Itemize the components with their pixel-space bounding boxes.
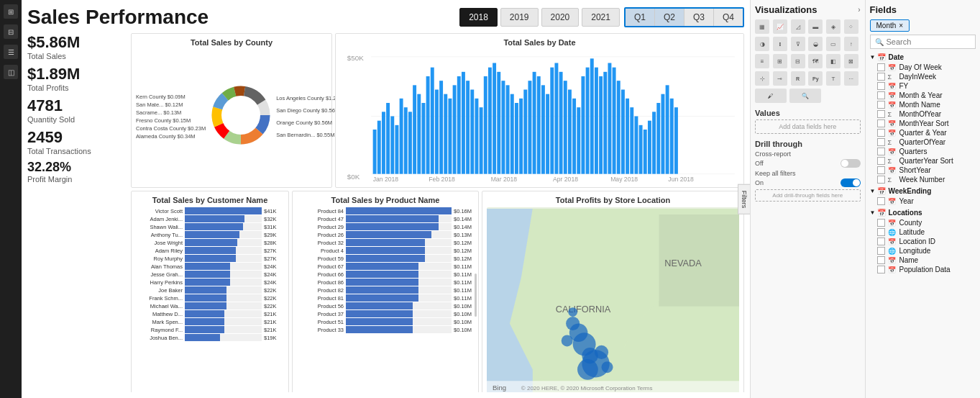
month-filter-close[interactable]: × <box>899 22 903 30</box>
viz-icon-key-influencers[interactable]: ⊸ <box>773 71 787 86</box>
field-item-latitude[interactable]: 🌐 Latitude <box>877 227 976 237</box>
field-checkbox-fy[interactable] <box>877 82 885 90</box>
viz-icon-ribbon[interactable]: ◈ <box>826 19 841 34</box>
viz-icon-scatter[interactable]: ⁘ <box>844 19 858 34</box>
cross-report-toggle[interactable] <box>841 159 861 168</box>
customer-chart[interactable]: Total Sales by Customer Name Victor Scot… <box>131 191 289 392</box>
viz-icon-map[interactable]: 🗺 <box>808 54 823 68</box>
year-btn-2019[interactable]: 2019 <box>500 8 539 27</box>
field-checkbox-longitude[interactable] <box>877 247 885 255</box>
field-group-locations-header[interactable]: ▼ 📅 Locations <box>870 209 976 217</box>
viz-icon-text[interactable]: T <box>826 71 841 86</box>
field-checkbox-latitude[interactable] <box>877 228 885 236</box>
field-checkbox-dayinweek[interactable] <box>877 73 885 81</box>
field-checkbox-quarter-year[interactable] <box>877 129 885 137</box>
field-item-quarteryear-sort[interactable]: Σ QuarterYear Sort <box>877 156 976 166</box>
quarter-btn-q4[interactable]: Q4 <box>714 9 743 26</box>
field-checkbox-month-year[interactable] <box>877 91 885 99</box>
customer-bar-row: Anthony Tu... $29K <box>136 231 284 238</box>
sidebar-icon-data[interactable]: ◫ <box>4 65 18 79</box>
field-checkbox-month-name[interactable] <box>877 101 885 109</box>
add-values-placeholder[interactable]: Add data fields here <box>755 119 861 134</box>
top-charts-row: Total Sales by County Kern County $0.09M… <box>131 33 744 188</box>
field-checkbox-name[interactable] <box>877 256 885 264</box>
viz-icon-card[interactable]: ▭ <box>826 37 841 51</box>
viz-icon-py-visual[interactable]: Py <box>808 71 823 86</box>
quarter-btn-q2[interactable]: Q2 <box>655 9 684 26</box>
fields-search-input[interactable] <box>887 37 981 46</box>
filters-tab[interactable]: Filters <box>738 184 750 214</box>
viz-icon-r-visual[interactable]: R <box>791 71 805 86</box>
field-checkbox-quarteryear-sort[interactable] <box>877 157 885 165</box>
field-checkbox-quarterofyear[interactable] <box>877 138 885 146</box>
field-checkbox-county[interactable] <box>877 219 885 227</box>
county-chart[interactable]: Total Sales by County Kern County $0.09M… <box>131 33 332 188</box>
sidebar-icon-home[interactable]: ⊞ <box>4 4 18 19</box>
field-item-location-id[interactable]: 📅 Location ID <box>877 237 976 246</box>
field-item-quarterofyear[interactable]: Σ QuarterOfYear <box>877 137 976 147</box>
field-item-monthyear-sort[interactable]: 📅 MonthYear Sort <box>877 119 976 128</box>
field-checkbox-shortyear[interactable] <box>877 166 885 174</box>
field-checkbox-day-of-week[interactable] <box>877 63 885 71</box>
field-item-quarter-year[interactable]: 📅 Quarter & Year <box>877 128 976 137</box>
field-checkbox-monthofyear[interactable] <box>877 110 885 118</box>
field-item-shortyear[interactable]: 📅 ShortYear <box>877 166 976 175</box>
viz-icon-line[interactable]: 📈 <box>773 19 787 34</box>
viz-icon-gauge[interactable]: ◒ <box>808 37 823 51</box>
keep-filters-toggle[interactable] <box>841 178 861 187</box>
field-item-day-of-week[interactable]: 📅 Day Of Week <box>877 63 976 72</box>
viz-panel-expand[interactable]: › <box>858 6 860 14</box>
viz-icon-pie[interactable]: ◑ <box>755 37 769 51</box>
kpi-qty-sold-value: 4781 <box>27 96 128 115</box>
viz-icon-decomp-tree[interactable]: ⊹ <box>755 71 769 86</box>
sidebar-icon-report[interactable]: ☰ <box>4 45 18 59</box>
field-item-longitude[interactable]: 🌐 Longitude <box>877 246 976 255</box>
viz-icon-slicer[interactable]: ≡ <box>755 54 769 68</box>
field-item-month-name[interactable]: 📅 Month Name <box>877 100 976 109</box>
field-item-month-year[interactable]: 📅 Month & Year <box>877 91 976 100</box>
field-checkbox-monthyear-sort[interactable] <box>877 119 885 127</box>
field-checkbox-population-data[interactable] <box>877 266 885 273</box>
add-drill-placeholder[interactable]: Add drill-through fields here <box>755 189 861 202</box>
field-name-year: Year <box>899 197 914 205</box>
viz-icon-funnel[interactable]: ⊽ <box>791 37 805 51</box>
field-item-year[interactable]: 📅 Year <box>877 196 976 206</box>
field-item-population-data[interactable]: 📅 Population Data <box>877 265 976 274</box>
sidebar-icon-grid[interactable]: ⊟ <box>4 24 18 39</box>
field-checkbox-quarters[interactable] <box>877 148 885 155</box>
viz-icon-table[interactable]: ⊞ <box>773 54 787 68</box>
viz-icon-matrix[interactable]: ⊟ <box>791 54 805 68</box>
field-checkbox-year[interactable] <box>877 197 885 205</box>
field-icon-population-data: 📅 <box>888 266 897 273</box>
year-btn-2018[interactable]: 2018 <box>459 8 498 27</box>
viz-icon-waterfall[interactable]: ⫿ <box>773 37 787 51</box>
field-group-date-header[interactable]: ▼ 📅 Date <box>870 53 976 61</box>
viz-icon-treemap[interactable]: ⊠ <box>844 54 858 68</box>
viz-icon-bar[interactable]: ▬ <box>808 19 823 34</box>
viz-icon-analytics[interactable]: 🔍 <box>789 89 821 103</box>
field-item-monthofyear[interactable]: Σ MonthOfYear <box>877 109 976 119</box>
viz-icon-filled-map[interactable]: ◧ <box>826 54 841 68</box>
viz-icon-format[interactable]: 🖌 <box>755 89 787 103</box>
field-item-quarters[interactable]: 📅 Quarters <box>877 147 976 156</box>
product-chart[interactable]: Total Sales by Product Name Product 84 $… <box>292 191 479 392</box>
field-item-dayinweek[interactable]: Σ DayInWeek <box>877 72 976 81</box>
field-checkbox-location-id[interactable] <box>877 238 885 245</box>
field-item-name[interactable]: 📅 Name <box>877 255 976 265</box>
map-chart[interactable]: Total Profits by Store Location <box>482 191 744 392</box>
field-item-week-number[interactable]: Σ Week Number <box>877 175 976 184</box>
field-group-weekending-header[interactable]: ▼ 📅 WeekEnding <box>870 187 976 195</box>
month-filter-tag[interactable]: Month × <box>870 19 910 32</box>
field-item-fy[interactable]: 📅 FY <box>877 81 976 91</box>
date-chart[interactable]: Total Sales by Date $50K $0K <box>335 33 744 188</box>
quarter-btn-q3[interactable]: Q3 <box>684 9 714 26</box>
quarter-btn-q1[interactable]: Q1 <box>626 9 655 26</box>
viz-icon-stacked-bar[interactable]: ▦ <box>755 19 769 34</box>
field-item-county[interactable]: 📅 County <box>877 218 976 227</box>
year-btn-2020[interactable]: 2020 <box>541 8 580 27</box>
viz-icon-more[interactable]: ··· <box>844 71 858 86</box>
viz-icon-kpi[interactable]: ↑ <box>844 37 858 51</box>
viz-icon-area[interactable]: ◿ <box>791 19 805 34</box>
field-checkbox-week-number[interactable] <box>877 176 885 184</box>
year-btn-2021[interactable]: 2021 <box>582 8 620 27</box>
